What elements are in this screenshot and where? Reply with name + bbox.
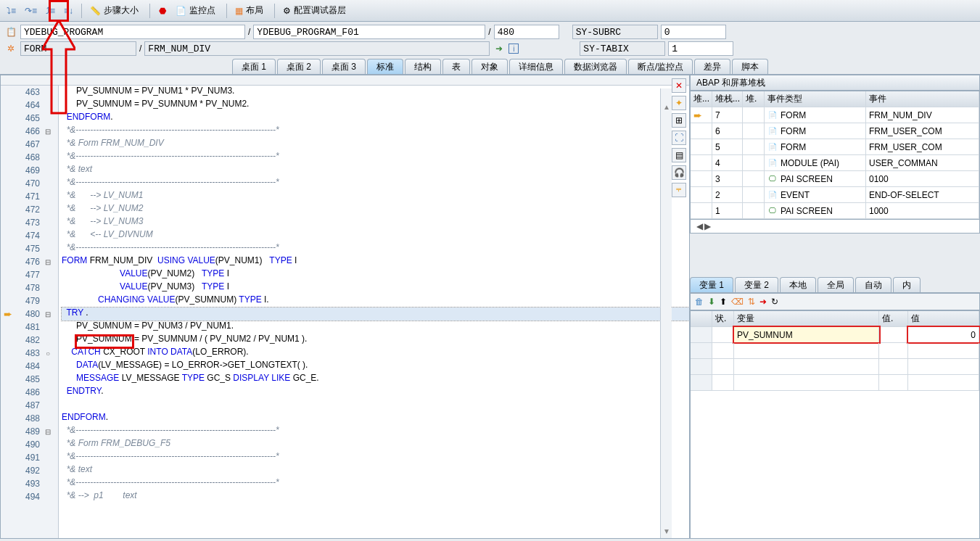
line-field[interactable]: 480 bbox=[494, 25, 559, 39]
code-line[interactable]: PV_SUMNUM = PV_SUMNUM * PV_NUM2. bbox=[62, 99, 689, 112]
delete-icon[interactable]: 🗑 bbox=[695, 297, 704, 307]
code-lines[interactable]: PV_SUMNUM = PV_NUM1 * PV_NUM3. PV_SUMNUM… bbox=[59, 86, 689, 538]
tab-3[interactable]: 标准 bbox=[367, 59, 403, 74]
code-line[interactable]: ENDFORM. bbox=[62, 112, 689, 125]
code-line[interactable]: *&--------------------------------------… bbox=[62, 425, 689, 438]
code-line[interactable]: *&--------------------------------------… bbox=[62, 125, 689, 138]
layout-button[interactable]: ▦布局 bbox=[231, 3, 270, 19]
code-line[interactable]: *&--------------------------------------… bbox=[62, 242, 689, 255]
step-into-button[interactable]: ⤵≡ bbox=[3, 3, 20, 19]
var-tab-2[interactable]: 本地 bbox=[780, 277, 816, 292]
sort-icon[interactable]: ⇅ bbox=[748, 297, 755, 307]
import-icon[interactable]: ⬆ bbox=[720, 297, 727, 307]
stack-header-cell[interactable]: 事件 bbox=[866, 91, 979, 107]
code-line[interactable]: *& --> p1 text bbox=[62, 490, 689, 503]
var-tab-4[interactable]: 自动 bbox=[855, 277, 892, 292]
scroll-up-icon[interactable]: ▲ bbox=[663, 103, 670, 111]
refresh-icon[interactable]: ↻ bbox=[771, 297, 778, 307]
filter-icon[interactable]: ⫧ bbox=[672, 183, 686, 197]
tab-10[interactable]: 差异 bbox=[694, 59, 730, 74]
code-line[interactable]: TRY . bbox=[62, 307, 689, 321]
code-line[interactable]: PV_SUMNUM = PV_NUM1 * PV_NUM3. bbox=[62, 86, 689, 99]
var-tab-1[interactable]: 变量 2 bbox=[735, 277, 778, 292]
code-line[interactable]: CHANGING VALUE(PV_SUMNUM) TYPE I. bbox=[62, 294, 689, 307]
include-field[interactable]: YDEBUG_PROGRAM_F01 bbox=[253, 25, 485, 39]
code-line[interactable]: *& --> LV_NUM3 bbox=[62, 216, 689, 229]
code-line[interactable]: ENDFORM. bbox=[62, 412, 689, 425]
stack-header-cell[interactable]: 堆. bbox=[743, 91, 765, 107]
settings-icon[interactable]: ✲ bbox=[4, 42, 17, 55]
code-line[interactable]: *& --> LV_NUM1 bbox=[62, 190, 689, 203]
scroll-left-icon[interactable]: ◀ bbox=[696, 221, 703, 231]
code-line[interactable]: *& text bbox=[62, 164, 689, 177]
step-over-button[interactable]: ↷≡ bbox=[21, 3, 41, 19]
code-line[interactable]: PV_SUMNUM = PV_NUM3 / PV_NUM1. bbox=[62, 321, 689, 334]
headphones-icon[interactable]: 🎧 bbox=[672, 165, 686, 180]
stack-row[interactable]: 5📄FORMFRM_USER_COM bbox=[691, 139, 979, 155]
code-line[interactable]: *&--------------------------------------… bbox=[62, 477, 689, 490]
tab-7[interactable]: 详细信息 bbox=[509, 59, 563, 74]
goto-icon[interactable]: ➜ bbox=[759, 297, 767, 307]
stack-header-cell[interactable]: 堆... bbox=[691, 91, 712, 107]
code-line[interactable]: *&--------------------------------------… bbox=[62, 151, 689, 164]
code-line[interactable]: CATCH CX_ROOT INTO DATA(LO_ERROR). bbox=[62, 347, 689, 360]
tab-11[interactable]: 脚本 bbox=[732, 59, 768, 74]
scroll-right-icon[interactable]: ▶ bbox=[704, 221, 711, 231]
stack-header-cell[interactable]: 堆栈... bbox=[712, 91, 743, 107]
tab-5[interactable]: 表 bbox=[442, 59, 470, 74]
code-line[interactable]: FORM FRM_NUM_DIV USING VALUE(PV_NUM1) TY… bbox=[62, 255, 689, 268]
tab-2[interactable]: 桌面 3 bbox=[322, 59, 366, 74]
tab-0[interactable]: 桌面 1 bbox=[232, 59, 276, 74]
stack-hscroll[interactable]: ◀ ▶ bbox=[690, 220, 980, 234]
tab-4[interactable]: 结构 bbox=[405, 59, 441, 74]
code-line[interactable]: DATA(LV_MESSAGE) = LO_ERROR->GET_LONGTEX… bbox=[62, 360, 689, 373]
code-line[interactable]: PV_SUMNUM = PV_SUMNUM / ( PV_NUM2 / PV_N… bbox=[62, 334, 689, 347]
watchpoint-button[interactable]: 📄监控点 bbox=[172, 3, 222, 19]
var-tab-0[interactable]: 变量 1 bbox=[690, 277, 733, 292]
code-line[interactable]: MESSAGE LV_MESSAGE TYPE GC_S DISPLAY LIK… bbox=[62, 373, 689, 386]
code-line[interactable]: *& text bbox=[62, 464, 689, 477]
config-debugger-button[interactable]: ⚙配置调试器层 bbox=[279, 3, 353, 19]
sy-subrc-field[interactable]: 0 bbox=[661, 25, 726, 39]
var-tab-3[interactable]: 全局 bbox=[818, 277, 854, 292]
code-line[interactable] bbox=[62, 399, 689, 412]
code-line[interactable]: *& Form FRM_DEBUG_F5 bbox=[62, 438, 689, 451]
code-line[interactable]: *& <-- LV_DIVNUM bbox=[62, 229, 689, 242]
layout-icon[interactable]: ▤ bbox=[672, 148, 686, 162]
tab-1[interactable]: 桌面 2 bbox=[277, 59, 321, 74]
stack-row[interactable]: 1🖵PAI SCREEN1000 bbox=[691, 203, 979, 219]
code-line[interactable]: *&--------------------------------------… bbox=[62, 177, 689, 190]
code-line[interactable]: *&--------------------------------------… bbox=[62, 451, 689, 464]
code-line[interactable]: ENDTRY. bbox=[62, 386, 689, 399]
variable-row[interactable] bbox=[691, 375, 979, 391]
step-out-button[interactable]: ⤴≡ bbox=[42, 3, 59, 19]
variable-row[interactable] bbox=[691, 359, 979, 375]
stack-row[interactable]: ➨7📄FORMFRM_NUM_DIV bbox=[691, 107, 979, 123]
stop-button[interactable]: ⬣ bbox=[155, 3, 170, 19]
stack-row[interactable]: 2📄EVENTEND-OF-SELECT bbox=[691, 187, 979, 203]
scroll-down-icon[interactable]: ▼ bbox=[663, 527, 670, 535]
sy-tabix-field[interactable]: 1 bbox=[668, 41, 733, 56]
export-icon[interactable]: ⬇ bbox=[708, 297, 715, 307]
tab-6[interactable]: 对象 bbox=[472, 59, 508, 74]
split-icon[interactable]: ⊞ bbox=[672, 113, 686, 128]
scrollbar[interactable]: ▲ ▼ bbox=[660, 88, 672, 538]
program-field[interactable]: YDEBUG_PROGRAM bbox=[20, 25, 245, 39]
clear-icon[interactable]: ⌫ bbox=[731, 297, 744, 307]
step-size-button[interactable]: 📏步骤大小 bbox=[86, 3, 145, 19]
new-icon[interactable]: ✦ bbox=[672, 96, 686, 110]
step-down-button[interactable]: ≡↓ bbox=[60, 3, 77, 19]
variable-row[interactable] bbox=[691, 343, 979, 359]
stack-row[interactable]: 6📄FORMFRM_USER_COM bbox=[691, 123, 979, 139]
stack-header-cell[interactable]: 事件类型 bbox=[765, 91, 866, 107]
info-icon[interactable]: i bbox=[508, 44, 519, 54]
close-icon[interactable]: ✕ bbox=[672, 78, 686, 93]
variable-row[interactable]: PV_SUMNUM0 bbox=[691, 327, 979, 343]
stack-row[interactable]: 3🖵PAI SCREEN0100 bbox=[691, 171, 979, 187]
code-line[interactable]: VALUE(PV_NUM2) TYPE I bbox=[62, 268, 689, 281]
stack-row[interactable]: 4📄MODULE (PAI)USER_COMMAN bbox=[691, 155, 979, 171]
tab-8[interactable]: 数据浏览器 bbox=[564, 59, 627, 74]
fullscreen-icon[interactable]: ⛶ bbox=[672, 131, 686, 145]
var-tab-5[interactable]: 内 bbox=[893, 277, 921, 292]
code-line[interactable]: *& --> LV_NUM2 bbox=[62, 203, 689, 216]
